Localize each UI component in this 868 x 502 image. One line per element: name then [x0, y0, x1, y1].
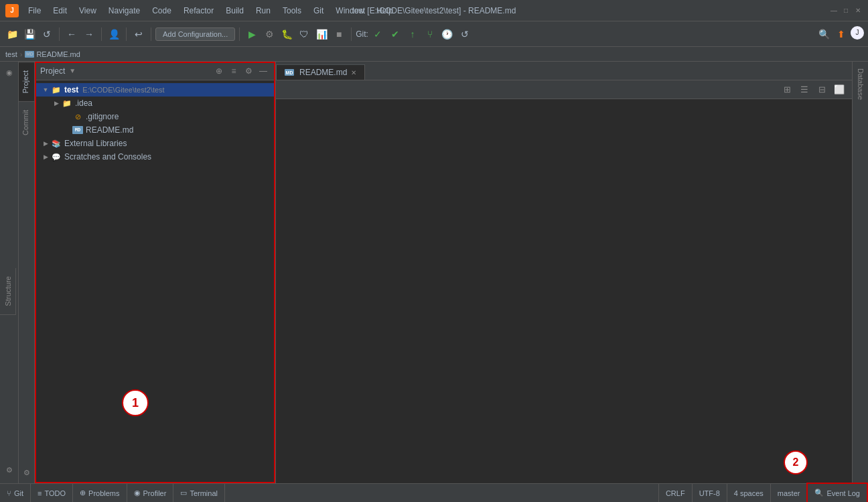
tree-label-scratches: Scratches and Consoles: [64, 152, 151, 162]
refresh-button[interactable]: ↺: [39, 26, 55, 42]
maximize-button[interactable]: □: [841, 6, 851, 15]
menu-item-tools[interactable]: Tools: [277, 4, 307, 17]
menu-item-refactor[interactable]: Refactor: [178, 4, 219, 17]
editor-area: MD README.md ✕ ⊞ ☰ ⊟ ⬜: [276, 62, 852, 483]
folder-icon-root: 📁: [51, 84, 62, 95]
git-revert-button[interactable]: ↺: [457, 26, 473, 42]
project-scroll-btn[interactable]: ≡: [227, 64, 240, 78]
git-commit-button[interactable]: ✔: [387, 26, 403, 42]
tree-label-idea: .idea: [75, 99, 92, 108]
left-strip-btn-1[interactable]: ◉: [1, 64, 17, 80]
project-close-btn[interactable]: —: [257, 64, 270, 78]
circle2-wrapper: 2 🔍 Event Log: [806, 483, 868, 503]
profiler-icon: ◉: [134, 489, 141, 497]
editor-list-btn[interactable]: ☰: [797, 82, 812, 97]
sidebar-tabs: Project Commit ⚙: [19, 62, 35, 483]
project-dropdown-arrow[interactable]: ▼: [69, 67, 76, 74]
git-push-button[interactable]: ↑: [405, 26, 421, 42]
menu-item-view[interactable]: View: [74, 4, 102, 17]
profiler-status-button[interactable]: ◉ Profiler: [127, 484, 174, 503]
line-ending-info[interactable]: CRLF: [658, 484, 692, 503]
encoding-info[interactable]: UTF-8: [692, 484, 727, 503]
far-left-strip: Structure: [0, 268, 16, 315]
status-bar: ⑂ Git ≡ TODO ⊕ Problems ◉ Profiler ▭ Ter…: [0, 483, 868, 502]
git-branch-button[interactable]: ⑂: [422, 26, 438, 42]
status-left: ⑂ Git ≡ TODO ⊕ Problems ◉ Profiler ▭ Ter…: [0, 484, 225, 503]
window-controls[interactable]: — □ ✕: [829, 6, 863, 15]
close-button[interactable]: ✕: [853, 6, 863, 15]
minimize-button[interactable]: —: [829, 6, 839, 15]
sidebar-tab-project[interactable]: Project: [19, 62, 34, 101]
toolbar-separator-5: [239, 27, 240, 41]
git-history-button[interactable]: 🕐: [439, 26, 455, 42]
tree-item-readme[interactable]: MD README.md: [35, 123, 275, 137]
undo-button[interactable]: ↩: [131, 26, 147, 42]
editor-tab-readme[interactable]: MD README.md ✕: [276, 64, 365, 80]
recent-button[interactable]: 👤: [106, 26, 122, 42]
menu-item-run[interactable]: Run: [250, 4, 276, 17]
git-update-button[interactable]: ✓: [370, 26, 386, 42]
update-ide-button[interactable]: ⬆: [833, 26, 849, 42]
main-layout: ◉ ⚙ Project Commit ⚙ Project ▼ ⊕ ≡ ⚙ —: [0, 62, 868, 483]
menu-item-git[interactable]: Git: [308, 4, 329, 17]
terminal-status-button[interactable]: ▭ Terminal: [173, 484, 225, 503]
git-status-icon: ⑂: [7, 489, 11, 497]
structure-tab[interactable]: Structure: [1, 268, 15, 314]
menu-item-code[interactable]: Code: [147, 4, 177, 17]
menu-item-edit[interactable]: Edit: [48, 4, 72, 17]
tree-arrow-root: ▼: [40, 84, 51, 95]
md-file-icon-breadcrumb: MD: [25, 51, 34, 58]
event-log-button[interactable]: 🔍 Event Log: [808, 484, 867, 503]
problems-status-button[interactable]: ⊕ Problems: [73, 484, 127, 503]
open-folder-button[interactable]: 📁: [4, 26, 20, 42]
indent-info[interactable]: 4 spaces: [727, 484, 770, 503]
breadcrumb-project[interactable]: test: [5, 50, 17, 58]
tree-item-root[interactable]: ▼ 📁 test E:\CODE\Gitee\test2\test: [35, 83, 275, 97]
tree-item-gitignore[interactable]: ⊘ .gitignore: [35, 110, 275, 123]
menu-item-navigate[interactable]: Navigate: [103, 4, 145, 17]
profiler-label: Profiler: [143, 489, 167, 497]
todo-status-button[interactable]: ≡ TODO: [31, 484, 73, 503]
todo-icon: ≡: [38, 489, 42, 497]
forward-button[interactable]: →: [81, 26, 97, 42]
sidebar-tab-commit[interactable]: Commit: [19, 101, 34, 143]
coverage-button[interactable]: 🛡: [296, 26, 312, 42]
run-button[interactable]: ▶: [244, 26, 260, 42]
right-tab-database[interactable]: Database: [854, 62, 867, 107]
search-button[interactable]: 🔍: [816, 26, 832, 42]
editor-toolbar: ⊞ ☰ ⊟ ⬜: [276, 80, 852, 99]
jetbrains-button[interactable]: J: [851, 26, 864, 40]
toolbar-separator-3: [126, 27, 127, 41]
title-bar-left: J FileEditViewNavigateCodeRefactorBuildR…: [5, 4, 399, 17]
problems-icon: ⊕: [80, 489, 86, 497]
tree-item-idea[interactable]: ▶ 📁 .idea: [35, 97, 275, 110]
add-configuration-button[interactable]: Add Configuration...: [155, 27, 235, 41]
sidebar-settings-btn[interactable]: ⚙: [19, 464, 35, 481]
stop-button[interactable]: ■: [331, 26, 347, 42]
build-button[interactable]: ⚙: [261, 26, 277, 42]
menu-item-build[interactable]: Build: [220, 4, 249, 17]
menu-item-file[interactable]: File: [23, 4, 46, 17]
project-collapse-btn[interactable]: ⊕: [212, 64, 226, 78]
branch-info[interactable]: master: [770, 484, 807, 503]
save-button[interactable]: 💾: [21, 26, 38, 42]
toolbar-separator-1: [59, 27, 60, 41]
project-gear-btn[interactable]: ⚙: [242, 64, 255, 78]
editor-preview-btn[interactable]: ⬜: [832, 82, 847, 97]
git-status-label: Git: [14, 489, 23, 497]
toolbar-separator-2: [101, 27, 102, 41]
git-status-button[interactable]: ⑂ Git: [0, 484, 31, 503]
left-strip-settings-btn[interactable]: ⚙: [1, 462, 17, 478]
project-header-title: Project: [40, 66, 65, 76]
editor-split-vert-btn[interactable]: ⊞: [780, 82, 794, 97]
profile-button[interactable]: 📊: [313, 26, 330, 42]
editor-tab-close[interactable]: ✕: [351, 69, 356, 76]
editor-split-horiz-btn[interactable]: ⊟: [814, 82, 829, 97]
scratches-icon: 💬: [51, 151, 62, 162]
back-button[interactable]: ←: [64, 26, 80, 42]
debug-button[interactable]: 🐛: [279, 26, 295, 42]
tree-sublabel-root: E:\CODE\Gitee\test2\test: [82, 86, 164, 94]
tree-item-ext-libs[interactable]: ▶ 📚 External Libraries: [35, 137, 275, 150]
tree-item-scratches[interactable]: ▶ 💬 Scratches and Consoles: [35, 150, 275, 164]
breadcrumb-file[interactable]: MD README.md: [25, 50, 80, 58]
